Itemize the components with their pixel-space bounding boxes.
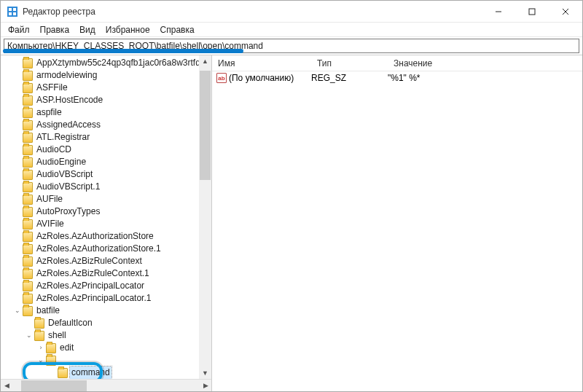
scroll-right-icon[interactable]: ▶ [200, 382, 211, 389]
tree-node[interactable]: AzRoles.AzPrincipalLocator.1 [1, 292, 211, 305]
tree-node[interactable]: ⌄batfile [1, 305, 211, 317]
scroll-left-icon[interactable]: ◀ [1, 382, 12, 389]
folder-icon [23, 95, 33, 106]
tree-node-label: armodelviewing [35, 69, 98, 82]
tree-node-label: AzRoles.AzAuthorizationStore [35, 230, 155, 243]
scroll-down-icon[interactable]: ▼ [199, 367, 211, 379]
tree-node[interactable]: AssignedAccess [1, 119, 211, 131]
folder-icon [23, 207, 33, 217]
menu-edit[interactable]: Правка [36, 23, 74, 36]
tree-node[interactable]: AzRoles.AzBizRuleContext.1 [1, 267, 211, 280]
folder-icon [23, 120, 33, 130]
tree-node-label: AzRoles.AzAuthorizationStore.1 [35, 243, 163, 255]
menu-favorites[interactable]: Избранное [101, 23, 154, 36]
svg-rect-6 [529, 9, 535, 15]
address-bar[interactable]: Компьютер\HKEY_CLASSES_ROOT\batfile\shel… [4, 39, 579, 53]
col-type[interactable]: Тип [311, 58, 388, 68]
svg-rect-4 [13, 12, 16, 15]
window-title: Редактор реестра [23, 7, 482, 17]
values-list[interactable]: ab(По умолчанию)REG_SZ"%1" %* [212, 71, 582, 85]
folder-icon [23, 256, 33, 267]
tree-node-label: ASP.HostEncode [35, 94, 104, 106]
tree-node[interactable]: ⌄ [1, 354, 211, 366]
tree-node[interactable]: armodelviewing [1, 69, 211, 82]
tree-node-label: command [70, 366, 111, 379]
folder-icon [23, 294, 33, 304]
maximize-button[interactable] [515, 1, 549, 22]
tree-node-label: ATL.Registrar [35, 131, 91, 144]
menu-file[interactable]: Файл [4, 23, 34, 36]
values-panel: Имя Тип Значение ab(По умолчанию)REG_SZ"… [212, 55, 582, 391]
tree-node[interactable]: AutoProxyTypes [1, 205, 211, 218]
chevron-down-icon[interactable]: ⌄ [24, 329, 34, 342]
tree-node-label: AudioVBScript.1 [35, 181, 101, 193]
svg-rect-2 [13, 8, 16, 11]
tree-node-label: AzRoles.AzBizRuleContext [35, 255, 144, 267]
tree-node-label: batfile [35, 305, 61, 317]
folder-icon [23, 269, 33, 279]
tree-horizontal-scrollbar[interactable]: ◀ ▶ [1, 379, 211, 391]
value-type: REG_SZ [311, 73, 388, 83]
tree-node[interactable]: AudioVBScript [1, 168, 211, 181]
tree-node[interactable]: ASFFile [1, 82, 211, 94]
tree-node[interactable]: AudioEngine [1, 156, 211, 168]
folder-icon [23, 71, 33, 81]
tree-node[interactable]: AzRoles.AzPrincipalLocator [1, 280, 211, 292]
tree-node[interactable]: AudioVBScript.1 [1, 181, 211, 193]
tree-node-label: edit [58, 342, 75, 354]
tree-node[interactable]: AzRoles.AzAuthorizationStore [1, 230, 211, 243]
folder-icon [23, 232, 33, 242]
tree-node-label: AzRoles.AzPrincipalLocator.1 [35, 292, 152, 305]
tree-node[interactable]: AzRoles.AzBizRuleContext [1, 255, 211, 267]
tree-view[interactable]: AppXztymbw55c24qp3qfb1jac0r6a8w3rtfqarmo… [1, 55, 211, 379]
col-value[interactable]: Значение [388, 58, 439, 68]
tree-node[interactable]: AVIFile [1, 218, 211, 230]
folder-icon [23, 133, 33, 143]
svg-rect-1 [9, 8, 12, 11]
titlebar[interactable]: Редактор реестра [1, 1, 582, 23]
tree-node[interactable]: ⌄shell [1, 329, 211, 342]
tree-node[interactable]: ASP.HostEncode [1, 94, 211, 106]
tree-node-label: DefaultIcon [47, 317, 94, 329]
window-controls [482, 1, 582, 22]
folder-icon [23, 170, 33, 180]
value-row[interactable]: ab(По умолчанию)REG_SZ"%1" %* [212, 71, 582, 85]
scroll-thumb[interactable] [200, 71, 211, 180]
minimize-button[interactable] [482, 1, 515, 22]
chevron-down-icon[interactable]: ⌄ [12, 305, 23, 317]
folder-icon [23, 108, 33, 118]
folder-icon [23, 83, 33, 93]
chevron-right-icon[interactable]: › [36, 342, 46, 354]
tree-node[interactable]: ›edit [1, 342, 211, 354]
tree-node[interactable]: AppXztymbw55c24qp3qfb1jac0r6a8w3rtfq [1, 57, 211, 69]
menu-view[interactable]: Вид [75, 23, 100, 36]
chevron-down-icon[interactable]: ⌄ [36, 354, 46, 366]
scroll-up-icon[interactable]: ▲ [199, 55, 211, 67]
scroll-thumb[interactable] [21, 380, 87, 391]
folder-icon [23, 182, 33, 192]
col-name[interactable]: Имя [212, 58, 311, 68]
tree-node[interactable]: AUFile [1, 193, 211, 205]
folder-icon [46, 356, 56, 366]
tree-node-label: AudioVBScript [35, 168, 94, 181]
tree-node-label: AssignedAccess [35, 119, 102, 131]
tree-node[interactable]: AudioCD [1, 144, 211, 156]
folder-icon [46, 343, 56, 353]
tree-node-label: AudioEngine [35, 156, 87, 168]
values-header: Имя Тип Значение [212, 55, 582, 71]
registry-editor-window: Редактор реестра Файл Правка Вид Избранн… [0, 0, 583, 392]
tree-node[interactable]: DefaultIcon [1, 317, 211, 329]
tree-node-label: AzRoles.AzBizRuleContext.1 [35, 267, 151, 280]
folder-icon [23, 157, 33, 168]
menu-help[interactable]: Справка [156, 23, 199, 36]
string-icon: ab [216, 73, 227, 83]
tree-node[interactable]: AzRoles.AzAuthorizationStore.1 [1, 243, 211, 255]
tree-node-label: AVIFile [35, 218, 66, 230]
close-button[interactable] [549, 1, 582, 22]
folder-icon [23, 219, 33, 230]
folder-icon [34, 318, 44, 329]
tree-vertical-scrollbar[interactable]: ▲ ▼ [199, 55, 211, 379]
tree-node[interactable]: command [1, 366, 211, 379]
tree-node[interactable]: ATL.Registrar [1, 131, 211, 144]
tree-node[interactable]: aspfile [1, 106, 211, 119]
